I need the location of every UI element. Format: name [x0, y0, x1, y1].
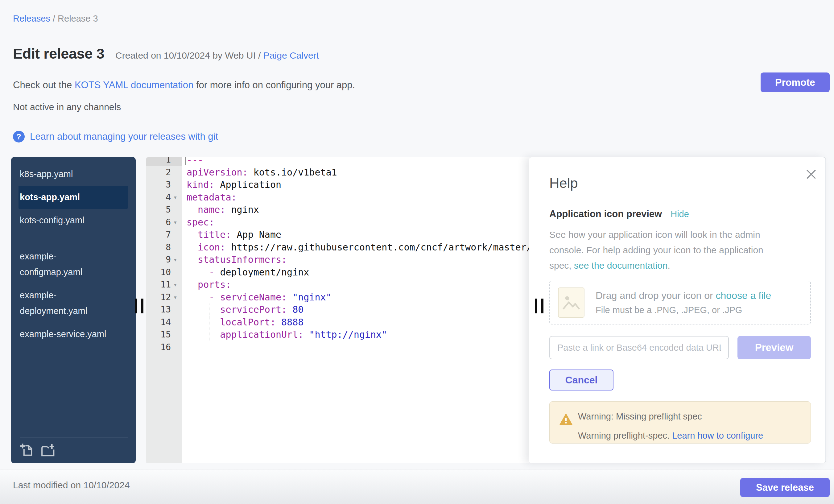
last-modified-text: Last modified on 10/10/2024 — [13, 480, 130, 490]
close-icon[interactable] — [805, 168, 818, 181]
code-text: --- — [186, 157, 203, 166]
hide-link[interactable]: Hide — [671, 209, 689, 219]
sidebar-resize-handle[interactable] — [135, 299, 144, 313]
line-number: 1 — [146, 157, 182, 166]
icon-url-row: Preview — [549, 336, 729, 359]
promote-button[interactable]: Promote — [761, 72, 830, 92]
file-tree-item[interactable]: kots-config.yaml — [19, 209, 128, 232]
line-number: 13 — [146, 304, 182, 316]
line-number: 15 — [146, 328, 182, 341]
help-panel: Help Application icon preview Hide See h… — [529, 157, 826, 463]
docs-text-post: for more info on configuring your app. — [193, 80, 355, 90]
file-group: example-configmap.yamlexample-deployment… — [11, 245, 136, 346]
breadcrumb-current: Release 3 — [58, 14, 98, 23]
footer-bar: Last modified on 10/10/2024 Save release — [0, 469, 834, 504]
preview-button[interactable]: Preview — [738, 336, 811, 359]
warning-detail-text: Warning preflight-spec. — [578, 431, 672, 440]
warning-detail: Warning preflight-spec. Learn how to con… — [578, 431, 763, 441]
file-tree-item[interactable]: example-service.yaml — [19, 323, 128, 346]
see-documentation-link[interactable]: see the documentation — [574, 260, 668, 270]
dropzone-text: Drag and drop your icon or choose a file… — [596, 290, 771, 315]
docs-line: Check out the KOTS YAML documentation fo… — [13, 80, 355, 91]
edit-release-page: Releases / Release 3 Edit release 3 Crea… — [0, 0, 834, 504]
line-number: 8 — [146, 241, 182, 254]
file-tree-item[interactable]: kots-app.yaml — [19, 186, 128, 209]
preflight-warning-box: Warning: Missing preflight spec Warning … — [549, 401, 811, 443]
help-circle-icon: ? — [13, 131, 25, 143]
new-folder-icon[interactable] — [40, 443, 56, 457]
help-description-period: . — [668, 260, 670, 270]
code-text: spec: — [186, 216, 214, 229]
git-releases-link[interactable]: Learn about managing your releases with … — [30, 131, 218, 142]
code-text: apiVersion: kots.io/v1beta1 — [186, 166, 337, 179]
cancel-button[interactable]: Cancel — [549, 370, 613, 391]
code-text: metadata: — [186, 191, 237, 204]
file-tree-item[interactable]: example-configmap.yaml — [19, 245, 128, 284]
fold-arrow-icon[interactable]: ▾ — [174, 291, 177, 304]
code-text: - deployment/nginx — [186, 266, 309, 279]
file-group: k8s-app.yamlkots-app.yamlkots-config.yam… — [11, 162, 136, 232]
author-link[interactable]: Paige Calvert — [263, 50, 319, 61]
fold-arrow-icon[interactable]: ▾ — [174, 192, 177, 204]
breadcrumb-separator: / — [53, 14, 55, 23]
save-release-button[interactable]: Save release — [740, 478, 830, 497]
created-text: Created on 10/10/2024 by Web UI / — [115, 50, 263, 61]
page-title: Edit release 3 — [13, 45, 104, 62]
warning-triangle-icon — [559, 413, 572, 427]
code-text: name: nginx — [186, 203, 259, 216]
fold-arrow-icon[interactable]: ▾ — [174, 254, 177, 266]
file-tree-footer — [20, 437, 128, 457]
warning-title: Warning: Missing preflight spec — [578, 412, 702, 422]
dropzone-title: Drag and drop your icon or choose a file — [596, 290, 771, 301]
line-number: 5 — [146, 203, 182, 216]
line-number: 3 — [146, 179, 182, 191]
app-icon-preview-section: Application icon preview Hide — [549, 209, 689, 220]
title-row: Edit release 3 Created on 10/10/2024 by … — [13, 45, 319, 62]
breadcrumb-releases-link[interactable]: Releases — [13, 14, 50, 23]
new-file-icon[interactable] — [20, 443, 34, 457]
kots-yaml-docs-link[interactable]: KOTS YAML documentation — [75, 80, 193, 90]
line-number: 16 — [146, 341, 182, 354]
learn-configure-link[interactable]: Learn how to configure — [672, 431, 763, 440]
code-text: ports: — [186, 279, 231, 291]
help-resize-handle[interactable] — [535, 299, 544, 313]
icon-dropzone[interactable]: Drag and drop your icon or choose a file… — [549, 281, 811, 325]
drop-text: Drag and drop your icon or — [596, 290, 716, 301]
channel-status: Not active in any channels — [13, 102, 121, 112]
code-text: - serviceName: "nginx" — [186, 291, 332, 304]
file-tree-sidebar: k8s-app.yamlkots-app.yamlkots-config.yam… — [11, 157, 136, 463]
line-number: 10 — [146, 266, 182, 279]
breadcrumb: Releases / Release 3 — [13, 14, 98, 24]
help-description: See how your application icon will look … — [549, 227, 784, 273]
code-text: servicePort: 80 — [186, 304, 304, 316]
image-placeholder-icon — [558, 287, 585, 318]
code-text: title: App Name — [186, 228, 281, 241]
line-number: 14 — [146, 316, 182, 329]
code-text: localPort: 8888 — [186, 316, 304, 329]
app-icon-preview-title: Application icon preview — [549, 209, 662, 220]
docs-text-pre: Check out the — [13, 80, 75, 90]
file-groups: k8s-app.yamlkots-app.yamlkots-config.yam… — [11, 157, 136, 346]
line-number: 7 — [146, 228, 182, 241]
git-help-row: ? Learn about managing your releases wit… — [13, 131, 218, 143]
code-text: statusInformers: — [186, 254, 287, 266]
fold-arrow-icon[interactable]: ▾ — [174, 217, 177, 229]
help-panel-title: Help — [549, 175, 578, 191]
code-text: icon: https://raw.githubusercontent.com/… — [186, 241, 532, 254]
choose-file-link[interactable]: choose a file — [716, 290, 771, 301]
created-info: Created on 10/10/2024 by Web UI / Paige … — [115, 50, 319, 61]
dropzone-file-requirements: File must be a .PNG, .JPEG, or .JPG — [596, 305, 771, 315]
code-text: applicationUrl: "http://nginx" — [186, 328, 387, 341]
file-tree-item[interactable]: example-deployment.yaml — [19, 284, 128, 323]
fold-arrow-icon[interactable]: ▾ — [174, 279, 177, 291]
icon-url-input[interactable] — [549, 336, 729, 359]
file-tree-item[interactable]: k8s-app.yaml — [19, 162, 128, 186]
line-number: 2 — [146, 166, 182, 179]
code-text: kind: Application — [186, 179, 281, 191]
